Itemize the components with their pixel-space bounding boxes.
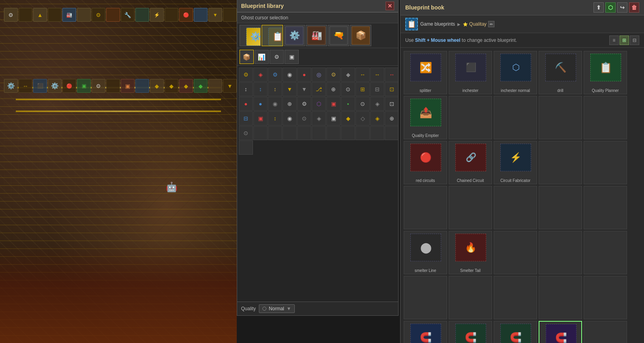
list-item[interactable]: ⊡	[385, 97, 398, 111]
blueprint-slot-inchester[interactable]: ⬛ inchester	[449, 51, 492, 94]
blueprint-library: Blueprint library ✕ Ghost cursor selecti…	[237, 0, 399, 316]
top-icon-4[interactable]: 🏭	[306, 25, 327, 46]
list-item[interactable]: ◇	[356, 111, 370, 126]
book-hint: Use Shift + Mouse wheel to change active…	[401, 33, 644, 48]
blueprint-slot-empty	[449, 276, 492, 319]
breadcrumb-root[interactable]: Game blueprints	[420, 21, 455, 27]
list-item[interactable]: ⊕	[326, 82, 341, 96]
list-item[interactable]: ◆	[341, 67, 355, 82]
blueprint-slot-magnetic-4[interactable]: 🧲 Magnetic 💎	[539, 321, 582, 343]
list-item[interactable]: ◈	[253, 67, 268, 82]
import-icon: ⬆	[596, 4, 601, 11]
list-item[interactable]: ◈	[370, 111, 384, 126]
list-item[interactable]: ●	[239, 97, 253, 111]
list-item[interactable]: ▣	[253, 111, 268, 126]
list-item-empty	[326, 126, 341, 140]
small-icon-1[interactable]: 📦	[240, 50, 254, 64]
book-export-button[interactable]: ⬡	[605, 2, 616, 13]
list-item[interactable]: ↕	[253, 82, 268, 96]
book-title: Blueprint book	[405, 4, 444, 11]
book-delete-button[interactable]: 🗑	[629, 2, 639, 13]
blueprint-slot-splitter[interactable]: 🔀 splitter	[404, 51, 447, 94]
blueprint-slot-inchester-normal[interactable]: ⬡ inchester normal	[494, 51, 537, 94]
blueprint-slot-smelter-line[interactable]: ⬤ smelter Line	[404, 231, 447, 274]
blueprint-slot-chained-circuit[interactable]: 🔗 Chained Circuit	[449, 141, 492, 184]
top-icon-1[interactable]: ⚙️	[240, 25, 261, 46]
book-import-button[interactable]: ⬆	[593, 2, 604, 13]
list-item[interactable]: ⊙	[239, 126, 253, 140]
blueprint-label-red-circuits: red circuits	[415, 178, 436, 183]
list-item[interactable]: ⚙	[268, 67, 282, 82]
blueprint-slot-empty	[494, 276, 537, 319]
list-item[interactable]: ▪	[341, 97, 355, 111]
list-item[interactable]: ⚙	[297, 97, 311, 111]
book-new-button[interactable]: ↪	[617, 2, 627, 13]
list-item[interactable]: ▣	[326, 97, 341, 111]
list-item[interactable]: ◉	[268, 97, 282, 111]
book-edit-button[interactable]: ✏	[488, 21, 494, 27]
list-item[interactable]: ⊟	[370, 82, 384, 96]
list-item[interactable]: ⊙	[341, 82, 355, 96]
list-item[interactable]: ⊡	[385, 82, 398, 96]
list-item[interactable]: ◉	[283, 67, 297, 82]
list-item[interactable]: ▼	[283, 82, 297, 96]
small-icon-3[interactable]: ⚙	[270, 50, 284, 64]
list-item[interactable]: ◉	[283, 111, 297, 126]
blueprint-slot-red-circuits[interactable]: 🔴 red circuits	[404, 141, 447, 184]
small-icon-4[interactable]: ▣	[285, 50, 299, 64]
library-close-button[interactable]: ✕	[386, 2, 394, 10]
blueprint-slot-drill[interactable]: ⛏️ drill	[539, 51, 582, 94]
list-item[interactable]: ⊙	[297, 111, 311, 126]
list-item[interactable]: ↕	[239, 82, 253, 96]
blueprint-slot-empty	[539, 141, 582, 184]
list-item[interactable]: ↕	[268, 82, 282, 96]
view-grid-button[interactable]: ⊞	[620, 36, 629, 45]
list-item[interactable]: ⊕	[385, 111, 398, 126]
list-item[interactable]: ⚙	[326, 67, 341, 82]
top-icon-grid: ⚙️ 📋 ⚙️ 🏭 🔫 📦	[237, 23, 398, 48]
items-grid-container[interactable]: ⚙ ◈ ⚙ ◉ ● ◎ ⚙ ◆ ↔ ↔ ↔ ↕ ↕ ↕ ▼ ▼ ⎇ ⊕ ⊙ ⊞ …	[237, 66, 398, 302]
list-item[interactable]: ◆	[341, 111, 355, 126]
top-icon-5[interactable]: 🔫	[328, 25, 349, 46]
blueprint-label-inchester: inchester	[462, 88, 479, 93]
list-item[interactable]: ⊕	[283, 97, 297, 111]
list-item[interactable]: ⚙	[239, 67, 253, 82]
blueprint-slot-magnetic-1[interactable]: 🧲 Magnetic	[404, 321, 447, 343]
blueprint-slot-magnetic-2[interactable]: 🧲 Magnetic 🥈	[449, 321, 492, 343]
list-item[interactable]: ↕	[268, 111, 282, 126]
list-item[interactable]: ⊙	[356, 97, 370, 111]
list-item[interactable]: ↔	[370, 67, 384, 82]
list-item[interactable]: ▣	[326, 111, 341, 126]
breadcrumb-arrow: ▶	[457, 22, 461, 26]
list-item[interactable]: ⊟	[239, 111, 253, 126]
blueprint-grid: 🔀 splitter ⬛ inchester ⬡ inchester norma…	[404, 51, 641, 343]
book-title-buttons: ⬆ ⬡ ↪ 🗑	[593, 2, 639, 13]
top-icon-3[interactable]: ⚙️	[284, 25, 305, 46]
list-item-empty	[283, 126, 297, 140]
list-item[interactable]: ◈	[312, 111, 326, 126]
list-item[interactable]: ●	[253, 97, 268, 111]
blueprint-label-smelter-line: smelter Line	[414, 268, 437, 273]
top-icon-6[interactable]: 📦	[350, 25, 371, 46]
list-item[interactable]: ↔	[385, 67, 398, 82]
blueprint-slot-magnetic-3[interactable]: 🧲 Magnetic 🥇	[494, 321, 537, 343]
blueprint-slot-quality-planner[interactable]: 📋 Quality Planner	[584, 51, 627, 94]
blueprint-slot-quality-emptier[interactable]: 📤 Quality Emptier	[404, 96, 447, 139]
list-item[interactable]: ◈	[370, 97, 384, 111]
list-item[interactable]: ⬡	[312, 97, 326, 111]
small-icon-2[interactable]: 📊	[255, 50, 269, 64]
blueprint-slot-smelter-tail[interactable]: 🔥 Smelter Tail	[449, 231, 492, 274]
quality-dropdown[interactable]: Normal ▼	[259, 304, 295, 313]
list-item[interactable]: ↔	[356, 67, 370, 82]
view-compact-button[interactable]: ⊟	[630, 36, 639, 45]
list-item[interactable]: ▼	[297, 82, 311, 96]
blueprint-grid-container[interactable]: 🔀 splitter ⬛ inchester ⬡ inchester norma…	[401, 48, 644, 343]
view-list-button[interactable]: ≡	[609, 36, 619, 45]
hint-highlight: Shift + Mouse wheel	[415, 37, 461, 43]
list-item[interactable]: ◎	[312, 67, 326, 82]
list-item[interactable]: ⎇	[312, 82, 326, 96]
blueprint-slot-circuit-fabricator[interactable]: ⚡ Circuit Fabricator	[494, 141, 537, 184]
top-icon-2[interactable]: 📋	[262, 25, 283, 46]
list-item[interactable]: ●	[297, 67, 311, 82]
list-item[interactable]: ⊞	[356, 82, 370, 96]
